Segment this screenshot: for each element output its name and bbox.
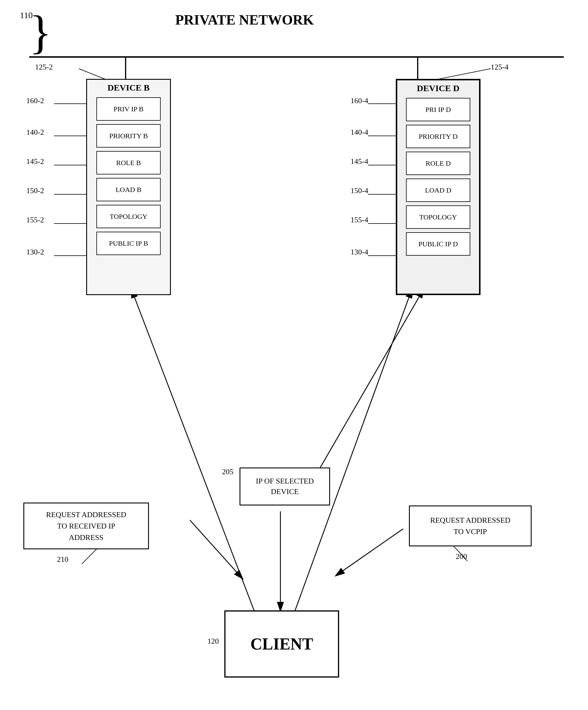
ref-145-2: 145-2 — [26, 157, 44, 166]
device-b-title: DEVICE B — [107, 83, 150, 93]
device-d-field-5: PUBLIC IP D — [406, 232, 470, 256]
ip-selected-device-box: IP OF SELECTEDDEVICE — [240, 468, 330, 505]
label-110: 110 — [20, 10, 33, 20]
device-b-field-1: PRIORITY B — [96, 124, 161, 147]
svg-line-12 — [432, 69, 491, 80]
device-d-field-0: PRI IP D — [406, 98, 470, 121]
ref-210: 210 — [57, 555, 68, 564]
diagram: PRIVATE NETWORK } 110 125-2 125-4 DEVICE… — [0, 0, 588, 710]
label-125-2: 125-2 — [35, 63, 53, 72]
ref-140-2: 140-2 — [26, 128, 44, 137]
device-d-field-2: ROLE D — [406, 152, 470, 175]
svg-line-10 — [336, 529, 403, 575]
device-b-field-0: PRIV IP B — [96, 97, 161, 121]
ref-130-4: 130-4 — [350, 248, 368, 257]
client-box: CLIENT — [224, 610, 339, 678]
device-d-box: DEVICE D PRI IP D PRIORITY D ROLE D LOAD… — [396, 79, 481, 295]
svg-line-8 — [307, 289, 423, 491]
device-d-field-1: PRIORITY D — [406, 125, 470, 148]
ref-130-2: 130-2 — [26, 248, 44, 257]
device-d-title: DEVICE D — [417, 83, 460, 93]
device-d-field-3: LOAD D — [406, 179, 470, 202]
svg-line-11 — [79, 69, 108, 80]
request-vcpip-box: REQUEST ADDRESSEDTO VCPIP — [409, 505, 532, 546]
ref-150-4: 150-4 — [350, 186, 368, 195]
ref-155-2: 155-2 — [26, 216, 44, 224]
ref-205: 205 — [222, 468, 234, 476]
request-received-ip-box: REQUEST ADDRESSEDTO RECEIVED IPADDRESS — [23, 502, 149, 549]
ref-150-2: 150-2 — [26, 186, 44, 195]
svg-line-9 — [190, 520, 242, 578]
title: PRIVATE NETWORK — [175, 12, 314, 28]
ref-155-4: 155-4 — [350, 216, 368, 224]
ref-145-4: 145-4 — [350, 157, 368, 166]
svg-line-5 — [131, 289, 254, 611]
device-b-field-5: PUBLIC IP B — [96, 232, 161, 255]
label-125-4: 125-4 — [491, 63, 509, 72]
device-b-field-4: TOPOLOGY — [96, 205, 161, 228]
device-b-field-2: ROLE B — [96, 151, 161, 174]
svg-line-6 — [295, 289, 412, 611]
ref-160-4: 160-4 — [350, 96, 368, 105]
ref-120: 120 — [207, 637, 219, 646]
ref-200: 200 — [456, 552, 467, 561]
device-b-field-3: LOAD B — [96, 178, 161, 201]
device-b-box: DEVICE B PRIV IP B PRIORITY B ROLE B LOA… — [86, 79, 171, 295]
ref-140-4: 140-4 — [350, 128, 368, 137]
ref-160-2: 160-2 — [26, 96, 44, 105]
device-d-field-4: TOPOLOGY — [406, 206, 470, 229]
